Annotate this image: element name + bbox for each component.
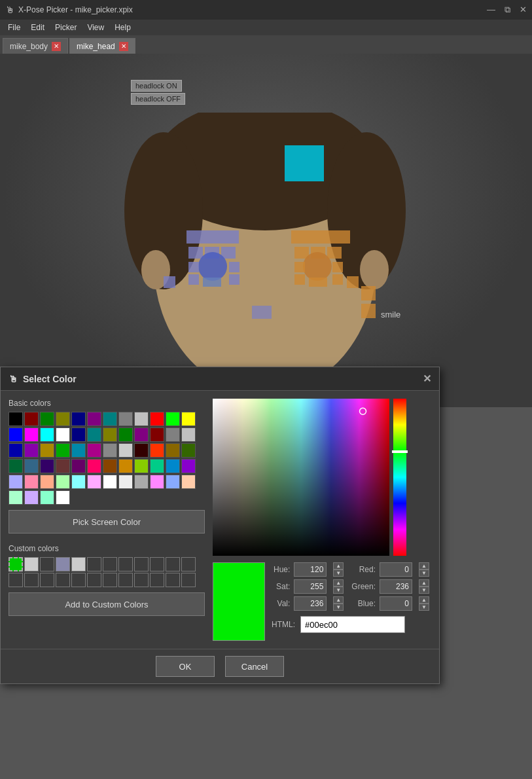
basic-color-swatch-47[interactable] <box>181 459 196 473</box>
sat-input[interactable] <box>294 579 327 594</box>
blue-down[interactable]: ▼ <box>419 604 429 611</box>
basic-color-swatch-21[interactable] <box>150 427 164 442</box>
basic-color-swatch-43[interactable] <box>118 459 133 473</box>
menu-view[interactable]: View <box>82 22 109 33</box>
green-down[interactable]: ▼ <box>419 587 429 594</box>
basic-color-swatch-41[interactable] <box>87 459 101 473</box>
green-input[interactable] <box>380 579 412 594</box>
custom-color-swatch-13[interactable] <box>24 573 39 587</box>
basic-color-swatch-7[interactable] <box>118 412 133 426</box>
cancel-button[interactable]: Cancel <box>225 656 284 677</box>
basic-color-swatch-4[interactable] <box>71 412 86 426</box>
basic-color-swatch-62[interactable] <box>40 490 54 505</box>
ok-button[interactable]: OK <box>156 656 215 677</box>
menu-edit[interactable]: Edit <box>26 22 50 33</box>
basic-color-swatch-51[interactable] <box>56 475 70 489</box>
basic-color-swatch-15[interactable] <box>56 427 70 442</box>
tab-close-mike-head[interactable]: ✕ <box>119 42 128 51</box>
basic-color-swatch-6[interactable] <box>103 412 117 426</box>
menu-picker[interactable]: Picker <box>50 22 82 33</box>
basic-color-swatch-42[interactable] <box>103 459 117 473</box>
basic-color-swatch-17[interactable] <box>87 427 101 442</box>
custom-color-swatch-1[interactable] <box>24 557 39 571</box>
custom-color-swatch-21[interactable] <box>150 573 164 587</box>
custom-color-swatch-18[interactable] <box>103 573 117 587</box>
basic-color-swatch-27[interactable] <box>56 443 70 458</box>
red-input[interactable] <box>380 562 412 577</box>
basic-color-swatch-24[interactable] <box>9 443 23 458</box>
basic-color-swatch-40[interactable] <box>71 459 86 473</box>
html-input[interactable] <box>300 616 405 633</box>
custom-color-swatch-20[interactable] <box>134 573 149 587</box>
tab-mike-head[interactable]: mike_head ✕ <box>69 38 135 54</box>
basic-color-swatch-48[interactable] <box>9 475 23 489</box>
color-spectrum[interactable] <box>213 399 389 556</box>
maximize-button[interactable]: ⧉ <box>505 5 510 15</box>
basic-color-swatch-9[interactable] <box>150 412 164 426</box>
minimize-button[interactable]: — <box>487 5 495 15</box>
basic-color-swatch-52[interactable] <box>71 475 86 489</box>
red-down[interactable]: ▼ <box>419 570 429 577</box>
custom-color-swatch-2[interactable] <box>40 557 54 571</box>
basic-color-swatch-38[interactable] <box>40 459 54 473</box>
hue-down[interactable]: ▼ <box>333 570 344 577</box>
custom-color-swatch-22[interactable] <box>166 573 180 587</box>
basic-color-swatch-55[interactable] <box>118 475 133 489</box>
custom-color-swatch-15[interactable] <box>56 573 70 587</box>
basic-color-swatch-49[interactable] <box>24 475 39 489</box>
custom-color-swatch-11[interactable] <box>181 557 196 571</box>
basic-color-swatch-16[interactable] <box>71 427 86 442</box>
basic-color-swatch-2[interactable] <box>40 412 54 426</box>
basic-color-swatch-37[interactable] <box>24 459 39 473</box>
custom-color-swatch-3[interactable] <box>56 557 70 571</box>
basic-color-swatch-63[interactable] <box>56 490 70 505</box>
custom-color-swatch-8[interactable] <box>134 557 149 571</box>
basic-color-swatch-54[interactable] <box>103 475 117 489</box>
basic-color-swatch-30[interactable] <box>103 443 117 458</box>
green-up[interactable]: ▲ <box>419 579 429 587</box>
val-input[interactable] <box>294 596 327 611</box>
custom-color-swatch-7[interactable] <box>118 557 133 571</box>
custom-color-swatch-4[interactable] <box>71 557 86 571</box>
blue-up[interactable]: ▲ <box>419 596 429 604</box>
blue-input[interactable] <box>380 596 412 611</box>
custom-color-swatch-12[interactable] <box>9 573 23 587</box>
basic-color-swatch-0[interactable] <box>9 412 23 426</box>
custom-color-swatch-5[interactable] <box>87 557 101 571</box>
basic-color-swatch-18[interactable] <box>103 427 117 442</box>
custom-color-swatch-6[interactable] <box>103 557 117 571</box>
pick-screen-color-button[interactable]: Pick Screen Color <box>9 510 205 534</box>
basic-color-swatch-32[interactable] <box>134 443 149 458</box>
basic-color-swatch-33[interactable] <box>150 443 164 458</box>
custom-color-swatch-9[interactable] <box>150 557 164 571</box>
basic-color-swatch-56[interactable] <box>134 475 149 489</box>
custom-color-swatch-19[interactable] <box>118 573 133 587</box>
basic-color-swatch-25[interactable] <box>24 443 39 458</box>
red-up[interactable]: ▲ <box>419 562 429 570</box>
basic-color-swatch-57[interactable] <box>150 475 164 489</box>
headlock-on-button[interactable]: headlock ON <box>131 80 182 92</box>
basic-color-swatch-28[interactable] <box>71 443 86 458</box>
custom-color-swatch-23[interactable] <box>181 573 196 587</box>
basic-color-swatch-46[interactable] <box>166 459 180 473</box>
basic-color-swatch-34[interactable] <box>166 443 180 458</box>
basic-color-swatch-58[interactable] <box>166 475 180 489</box>
basic-color-swatch-19[interactable] <box>118 427 133 442</box>
basic-color-swatch-23[interactable] <box>181 427 196 442</box>
basic-color-swatch-10[interactable] <box>166 412 180 426</box>
custom-color-swatch-0[interactable] <box>9 557 23 571</box>
menu-file[interactable]: File <box>3 22 26 33</box>
basic-color-swatch-11[interactable] <box>181 412 196 426</box>
custom-color-swatch-16[interactable] <box>71 573 86 587</box>
basic-color-swatch-45[interactable] <box>150 459 164 473</box>
basic-color-swatch-13[interactable] <box>24 427 39 442</box>
basic-color-swatch-14[interactable] <box>40 427 54 442</box>
basic-color-swatch-29[interactable] <box>87 443 101 458</box>
basic-color-swatch-1[interactable] <box>24 412 39 426</box>
basic-color-swatch-60[interactable] <box>9 490 23 505</box>
basic-color-swatch-39[interactable] <box>56 459 70 473</box>
sat-down[interactable]: ▼ <box>333 587 344 594</box>
custom-color-swatch-14[interactable] <box>40 573 54 587</box>
basic-color-swatch-35[interactable] <box>181 443 196 458</box>
basic-color-swatch-61[interactable] <box>24 490 39 505</box>
